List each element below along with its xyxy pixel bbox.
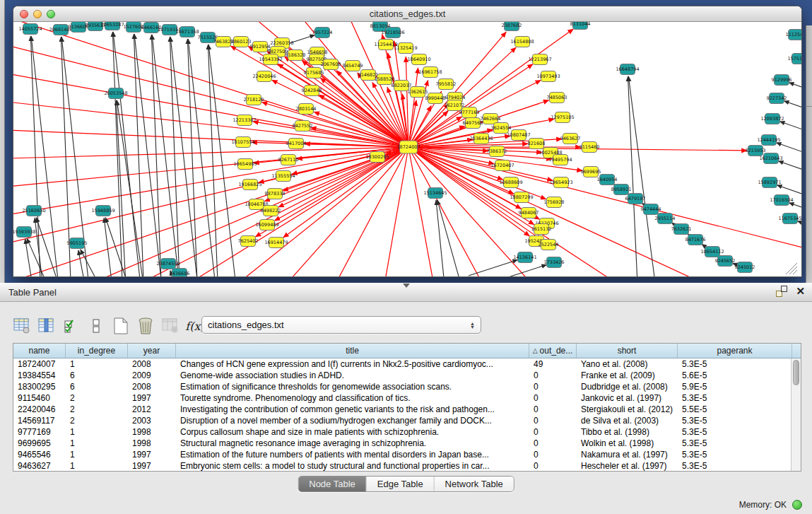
- table-cell-pagerank[interactable]: 5.3E-5: [678, 438, 792, 449]
- graph-node[interactable]: 9463627: [560, 134, 581, 144]
- graph-node[interactable]: 1615132: [531, 224, 552, 235]
- table-cell-pagerank[interactable]: 5.3E-5: [678, 449, 792, 460]
- table-cell-in_degree[interactable]: 1: [66, 426, 128, 438]
- close-window-icon[interactable]: [20, 10, 28, 18]
- graph-node[interactable]: 18640910: [407, 54, 430, 65]
- tab-node-table[interactable]: Node Table: [298, 477, 367, 491]
- graph-edge[interactable]: [469, 259, 518, 276]
- graph-node[interactable]: 2803144: [296, 104, 317, 115]
- table-row[interactable]: 2242004622012Investigating the contribut…: [13, 404, 801, 415]
- table-cell-in_degree[interactable]: 6: [66, 370, 128, 381]
- graph-node[interactable]: 15892971: [758, 177, 781, 188]
- zoom-window-icon[interactable]: [47, 10, 55, 18]
- table-cell-in_degree[interactable]: 1: [66, 449, 128, 460]
- column-header-short[interactable]: short: [577, 344, 678, 358]
- table-row[interactable]: 911546021997Tourette syndrome. Phenomeno…: [13, 392, 801, 404]
- graph-node[interactable]: 12093872: [760, 114, 784, 124]
- graph-node[interactable]: 7632621: [671, 224, 692, 235]
- graph-node[interactable]: 12975105: [551, 112, 574, 123]
- table-row[interactable]: 1938455462009Genome-wide association stu…: [13, 370, 801, 381]
- table-cell-name[interactable]: 9463627: [13, 460, 66, 472]
- graph-node[interactable]: 12213967: [528, 54, 551, 65]
- table-cell-in_degree[interactable]: 1: [66, 358, 128, 370]
- table-cell-in_degree[interactable]: 2: [66, 392, 128, 404]
- graph-node[interactable]: 7955812: [436, 79, 457, 90]
- table-cell-name[interactable]: 19384554: [13, 370, 66, 381]
- table-cell-out_degree[interactable]: 0: [529, 460, 577, 472]
- graph-edge[interactable]: [268, 147, 408, 277]
- citation-network-graph[interactable]: 1872400714055724206914069136609893561710…: [13, 22, 801, 277]
- column-header-pagerank[interactable]: pagerank: [678, 344, 792, 358]
- table-vertical-scrollbar[interactable]: [791, 358, 801, 471]
- graph-edge[interactable]: [408, 147, 437, 277]
- table-cell-pagerank[interactable]: 5.3E-5: [678, 358, 792, 370]
- table-cell-name[interactable]: 9115460: [13, 392, 66, 404]
- graph-node[interactable]: 1112544: [786, 30, 801, 40]
- table-row[interactable]: 946362711997Embryonic stem cells: a mode…: [13, 460, 801, 472]
- column-header-name[interactable]: name: [13, 344, 66, 358]
- tab-edge-table[interactable]: Edge Table: [367, 477, 435, 491]
- table-cell-short[interactable]: Tibbo et al. (1998): [577, 426, 678, 438]
- graph-node[interactable]: 14055724: [18, 24, 42, 35]
- table-cell-name[interactable]: 18300295: [13, 381, 66, 392]
- graph-edge[interactable]: [437, 200, 465, 277]
- table-cell-out_degree[interactable]: 0: [529, 381, 577, 392]
- graph-edge[interactable]: [778, 161, 801, 175]
- graph-node[interactable]: 7485063: [547, 93, 567, 103]
- table-cell-year[interactable]: 1997: [128, 392, 176, 404]
- graph-node[interactable]: 10688609: [499, 177, 522, 188]
- table-cell-title[interactable]: Estimation of significance thresholds fo…: [176, 381, 529, 392]
- table-cell-out_degree[interactable]: 0: [529, 426, 577, 438]
- table-cell-out_degree[interactable]: 0: [529, 404, 577, 415]
- graph-node[interactable]: 8990448: [425, 93, 446, 104]
- table-cell-pagerank[interactable]: 5.3E-5: [678, 460, 792, 472]
- table-cell-in_degree[interactable]: 1: [66, 438, 128, 449]
- table-cell-in_degree[interactable]: 1: [66, 460, 128, 472]
- graph-node[interactable]: 19654923: [549, 177, 572, 188]
- graph-edge[interactable]: [436, 200, 446, 277]
- graph-node[interactable]: 15751074: [787, 54, 801, 64]
- column-select-icon[interactable]: [36, 316, 57, 336]
- graph-node[interactable]: 7957224: [312, 28, 333, 38]
- table-cell-year[interactable]: 2003: [128, 415, 176, 426]
- graph-node[interactable]: 9175685: [304, 68, 324, 78]
- unselect-icon[interactable]: [86, 316, 107, 336]
- graph-node[interactable]: 14136141: [513, 252, 536, 263]
- table-row[interactable]: 1456911722003Disruption of a novel membe…: [13, 415, 801, 426]
- graph-node[interactable]: 8186328: [286, 50, 306, 61]
- graph-edge[interactable]: [779, 122, 801, 136]
- graph-node[interactable]: 6497568: [463, 118, 483, 129]
- table-cell-out_degree[interactable]: 49: [529, 358, 577, 370]
- graph-node[interactable]: 9245012: [735, 262, 755, 273]
- graph-node[interactable]: 9474444: [641, 204, 661, 215]
- panel-drag-grip-icon[interactable]: [403, 284, 410, 288]
- graph-node[interactable]: 17016504: [770, 195, 793, 206]
- graph-edge[interactable]: [789, 83, 801, 97]
- table-cell-title[interactable]: Corpus callosum shape and size in male p…: [176, 426, 529, 438]
- table-cell-name[interactable]: 9699695: [13, 438, 66, 449]
- table-cell-name[interactable]: 22420046: [13, 404, 66, 415]
- graph-node[interactable]: 821608: [528, 139, 546, 149]
- table-cell-year[interactable]: 1998: [128, 438, 176, 449]
- table-cell-pagerank[interactable]: 5.9E-5: [678, 381, 792, 392]
- table-cell-short[interactable]: Dudbridge et al. (2008): [577, 381, 678, 392]
- graph-node[interactable]: 6479197: [625, 194, 646, 204]
- graph-node[interactable]: 9777169: [459, 107, 480, 118]
- graph-node[interactable]: 20053548: [104, 88, 127, 99]
- graph-edge[interactable]: [776, 143, 801, 157]
- graph-node[interactable]: 7625402: [238, 236, 259, 247]
- float-panel-icon[interactable]: [776, 286, 787, 297]
- graph-node[interactable]: 8471676: [686, 235, 706, 245]
- delete-table-icon[interactable]: [160, 316, 181, 336]
- table-cell-title[interactable]: Estimation of the future numbers of pati…: [176, 449, 529, 460]
- column-header-out_degree[interactable]: △out_de...: [529, 344, 577, 358]
- graph-edge[interactable]: [408, 68, 418, 147]
- graph-node[interactable]: 16961758: [418, 67, 442, 78]
- table-cell-title[interactable]: Changes of HCN gene expression and I(f) …: [176, 358, 529, 370]
- table-cell-pagerank[interactable]: 5.3E-5: [678, 426, 792, 438]
- table-cell-pagerank[interactable]: 5.5E-5: [678, 404, 792, 415]
- graph-node[interactable]: 16648794: [616, 64, 639, 75]
- graph-node[interactable]: 11355554: [271, 171, 295, 182]
- table-cell-title[interactable]: Structural magnetic resonance image aver…: [176, 438, 529, 449]
- table-cell-year[interactable]: 2008: [128, 358, 176, 370]
